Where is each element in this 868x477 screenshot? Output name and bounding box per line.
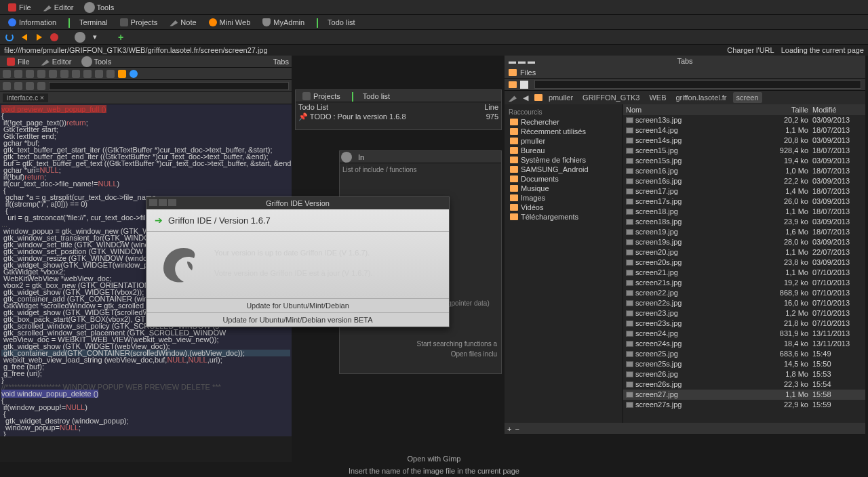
menu-myadmin[interactable]: MyAdmin <box>258 17 309 28</box>
sidebar-item[interactable]: Récemment utilisés <box>507 127 620 136</box>
col-modified[interactable]: Modifié <box>808 106 863 114</box>
file-row[interactable]: screen15s.jpg19,4 ko03/09/2013 <box>623 156 865 166</box>
tb-icon[interactable] <box>14 70 22 78</box>
code-menu-file[interactable]: File <box>3 56 34 67</box>
status-gimp[interactable]: Open with Gimp <box>0 453 868 465</box>
files-tab[interactable]: Files <box>520 68 536 77</box>
more-button[interactable]: ▾ <box>90 32 100 43</box>
refresh-button[interactable] <box>4 32 15 43</box>
win-btn[interactable] <box>149 199 157 206</box>
file-row[interactable]: screen21.jpg1,1 Mo07/10/2013 <box>623 268 865 278</box>
fm-path-input[interactable] <box>534 80 861 89</box>
file-row[interactable]: screen21s.jpg19,2 ko07/10/2013 <box>623 278 865 288</box>
folder-icon[interactable] <box>509 81 517 88</box>
sidebar-item[interactable]: Documents <box>507 174 620 184</box>
menu-tools[interactable]: Tools <box>81 2 118 13</box>
update-button[interactable]: Update for Ubuntu/Mint/Debian <box>146 298 449 312</box>
home-folder-icon[interactable] <box>534 94 542 101</box>
tb-icon[interactable] <box>49 70 57 78</box>
tb-icon[interactable] <box>83 70 92 78</box>
menu-editor[interactable]: Editor <box>39 2 78 13</box>
star-icon[interactable] <box>118 70 126 78</box>
win-btn[interactable] <box>168 199 176 206</box>
tool-icon[interactable] <box>14 82 22 90</box>
settings-button[interactable] <box>75 32 85 43</box>
tab-projects[interactable]: Projects <box>298 91 344 102</box>
file-row[interactable]: screen17s.jpg26,0 ko03/09/2013 <box>623 196 865 207</box>
file-row[interactable]: screen14.jpg1,1 Mo18/07/2013 <box>623 125 865 136</box>
menu-terminal[interactable]: Terminal <box>64 17 112 28</box>
tool-icon[interactable] <box>26 82 34 90</box>
file-row[interactable]: screen13s.jpg20,2 ko03/09/2013 <box>623 115 865 125</box>
sidebar-item[interactable]: Rechercher <box>507 117 620 127</box>
file-row[interactable]: screen24s.jpg18,4 ko13/11/2013 <box>623 339 865 349</box>
code-menu-tools[interactable]: Tools <box>79 56 115 67</box>
dialog-titlebar[interactable]: Griffon IDE Version <box>146 197 449 209</box>
edit-icon[interactable] <box>509 94 517 102</box>
file-row[interactable]: screen16.jpg1,0 Mo18/07/2013 <box>623 166 865 176</box>
file-row[interactable]: screen16s.jpg22,2 ko03/09/2013 <box>623 176 865 186</box>
todo-item[interactable]: 📌 TODO : Pour la version 1.6.8 <box>298 112 486 121</box>
file-row[interactable]: screen23s.jpg21,8 ko07/10/2013 <box>623 318 865 329</box>
back-button[interactable] <box>19 32 30 43</box>
file-row[interactable]: screen25.jpg683,6 ko15:49 <box>623 349 865 359</box>
update-beta-button[interactable]: Update for Ubuntu/Mint/Debian version BE… <box>146 312 449 327</box>
file-row[interactable]: screen27s.jpg22,9 ko15:59 <box>623 400 865 410</box>
file-row[interactable]: screen24.jpg831,9 ko13/11/2013 <box>623 329 865 339</box>
sidebar-item[interactable]: Téléchargements <box>507 212 620 222</box>
add-shortcut[interactable]: + <box>507 425 511 433</box>
path-seg[interactable]: pmuller <box>545 92 576 103</box>
add-button[interactable]: + <box>115 32 126 43</box>
tb-icon[interactable] <box>72 70 80 78</box>
code-tab-interface[interactable]: interface.c × <box>3 94 48 102</box>
path-seg-current[interactable]: screen <box>733 92 762 103</box>
file-row[interactable]: screen19.jpg1,6 Mo18/07/2013 <box>623 227 865 237</box>
tb-icon[interactable] <box>95 70 103 78</box>
tb-icon[interactable] <box>60 70 68 78</box>
tool-icon[interactable] <box>37 82 45 90</box>
menu-todolist[interactable]: Todo list <box>313 17 359 28</box>
search-input[interactable] <box>49 82 289 90</box>
tb-icon[interactable] <box>26 70 34 78</box>
col-size[interactable]: Taille <box>768 106 808 114</box>
win-btn[interactable] <box>159 199 167 206</box>
sidebar-item[interactable]: Images <box>507 193 620 203</box>
sidebar-item[interactable]: Vidéos <box>507 203 620 212</box>
menu-information[interactable]: Information <box>4 17 60 28</box>
help-icon[interactable] <box>130 70 138 78</box>
sidebar-item[interactable]: Système de fichiers <box>507 155 620 165</box>
file-row[interactable]: screen22.jpg868,9 ko07/10/2013 <box>623 288 865 298</box>
file-row[interactable]: screen27.jpg1,1 Mo15:58 <box>623 390 865 400</box>
remove-shortcut[interactable]: − <box>515 425 519 433</box>
forward-button[interactable] <box>34 32 45 43</box>
load-url-button[interactable]: Charger l'URL <box>727 46 774 54</box>
file-row[interactable]: screen26.jpg1,8 Mo15:53 <box>623 369 865 379</box>
tab-todolist[interactable]: Todo list <box>348 91 394 102</box>
menu-note[interactable]: Note <box>165 17 200 28</box>
file-row[interactable]: screen18s.jpg23,9 ko03/09/2013 <box>623 217 865 227</box>
file-row[interactable]: screen19s.jpg28,0 ko03/09/2013 <box>623 237 865 247</box>
path-seg[interactable]: griffon.lasotel.fr <box>672 92 730 103</box>
path-seg[interactable]: GRIFFON_GTK3 <box>579 92 643 103</box>
file-row[interactable]: screen17.jpg1,4 Mo18/07/2013 <box>623 186 865 196</box>
search-icon[interactable] <box>3 82 11 90</box>
path-seg[interactable]: WEB <box>646 92 669 103</box>
file-row[interactable]: screen26s.jpg22,3 ko15:54 <box>623 379 865 390</box>
tb-icon[interactable] <box>3 70 11 78</box>
file-row[interactable]: screen15.jpg928,4 ko18/07/2013 <box>623 146 865 156</box>
code-menu-editor[interactable]: Editor <box>37 56 76 67</box>
new-file-icon[interactable] <box>520 81 528 89</box>
file-row[interactable]: screen18.jpg1,1 Mo18/07/2013 <box>623 207 865 217</box>
file-row[interactable]: screen20s.jpg23,8 ko03/09/2013 <box>623 257 865 268</box>
stop-button[interactable] <box>49 32 60 43</box>
file-row[interactable]: screen14s.jpg20,8 ko03/09/2013 <box>623 136 865 146</box>
file-row[interactable]: screen23.jpg1,2 Mo07/10/2013 <box>623 308 865 318</box>
sidebar-item[interactable]: pmuller <box>507 136 620 146</box>
menu-miniweb[interactable]: Mini Web <box>205 17 255 28</box>
file-row[interactable]: screen20.jpg1,1 Mo22/07/2013 <box>623 247 865 257</box>
menu-file[interactable]: File <box>4 2 35 13</box>
menu-projects[interactable]: Projects <box>116 17 162 28</box>
file-row[interactable]: screen22s.jpg16,0 ko07/10/2013 <box>623 298 865 308</box>
sidebar-item[interactable]: Musique <box>507 184 620 193</box>
tb-icon[interactable] <box>37 70 45 78</box>
